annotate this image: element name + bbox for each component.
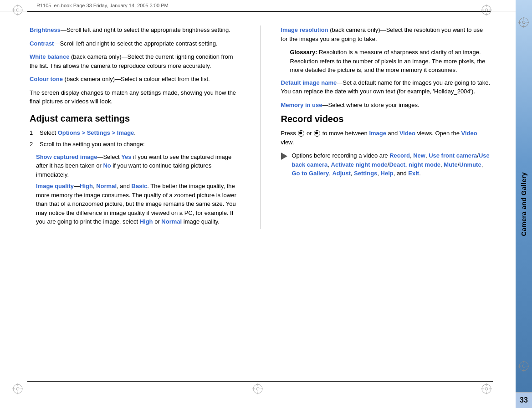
exit-link: Exit <box>408 170 419 177</box>
memory-dash: — <box>322 102 328 108</box>
white-balance-qualifier: (back camera only) <box>69 53 121 60</box>
page-number: 33 <box>520 396 528 404</box>
image-view-link: Image <box>369 130 386 137</box>
contrast-para: Contrast—Scroll left and right to select… <box>30 39 240 48</box>
side-tab: Camera and Gallery 33 <box>516 0 532 408</box>
normal-link: Normal <box>96 183 117 189</box>
crosshair-tr <box>480 4 493 17</box>
note-block: Options before recording a video are Rec… <box>281 151 491 183</box>
nav-circle-right <box>314 130 320 137</box>
top-divider <box>27 11 491 12</box>
brightness-term: Brightness <box>30 26 61 33</box>
memory-in-use-term: Memory in use <box>281 102 322 108</box>
note-text: Options before recording a video are Rec… <box>292 151 491 178</box>
normal2-link: Normal <box>161 218 182 225</box>
main-content: R1105_en.book Page 33 Friday, January 14… <box>0 0 516 408</box>
show-captured-item: Show captured image—Select Yes if you wa… <box>36 153 240 179</box>
white-balance-term: White balance <box>30 53 69 60</box>
glossary-body: Resolution is a measure of sharpness and… <box>290 49 486 73</box>
glossary-block: Glossary: Resolution is a measure of sha… <box>290 48 491 75</box>
default-image-name-term: Default image name <box>281 79 337 86</box>
go-gallery-link: Go to Gallery <box>292 170 329 177</box>
yes-link: Yes <box>121 153 131 160</box>
bottom-divider <box>27 381 493 382</box>
record-videos-heading: Record videos <box>281 114 491 124</box>
step-2-num: 2 <box>30 140 36 149</box>
header-text: R1105_en.book Page 33 Friday, January 14… <box>27 3 169 8</box>
page-number-box: 33 <box>516 392 532 408</box>
image-quality-term: Image quality <box>36 183 74 189</box>
brightness-para: Brightness—Scroll left and right to sele… <box>30 26 240 35</box>
brightness-body: Scroll left and right to select the appr… <box>66 26 230 33</box>
record-link: Record <box>389 152 410 159</box>
new-link: New <box>413 152 425 159</box>
mute-link: Mute <box>444 161 457 168</box>
crosshair-sidebar-bottom <box>517 360 530 374</box>
crosshair-br <box>480 382 493 397</box>
use-front-link: Use front camera <box>429 152 477 159</box>
crosshair-sidebar-top <box>517 16 530 30</box>
nav-circle-left <box>298 130 304 137</box>
high-link: High <box>80 183 93 189</box>
show-captured-term: Show captured image <box>36 153 97 160</box>
high2-link: High <box>140 218 153 225</box>
colour-tone-qualifier: (back camera only) <box>63 76 115 82</box>
svg-point-25 <box>256 388 259 390</box>
no-link: No <box>103 162 111 169</box>
white-balance-dash: — <box>122 53 128 60</box>
basic-link: Basic <box>132 183 148 189</box>
contrast-body: Scroll left and right to select the appr… <box>60 40 217 47</box>
video-link2: Video <box>461 130 477 137</box>
image-quality-dash: — <box>74 183 80 189</box>
left-column: Brightness—Scroll left and right to sele… <box>30 26 246 229</box>
deact-link: Deact. night mode <box>389 161 440 168</box>
content-body: Brightness—Scroll left and right to sele… <box>0 12 516 243</box>
brightness-dash: — <box>61 26 66 33</box>
memory-in-use-body: Select where to store your images. <box>328 102 419 108</box>
adjust-heading: Adjust camera settings <box>30 113 240 124</box>
options-settings-image: Options > Settings > Image <box>58 129 134 136</box>
note-arrow-icon <box>281 153 287 160</box>
default-image-name-para: Default image name—Set a default name fo… <box>281 78 491 96</box>
colour-tone-dash: — <box>115 76 121 82</box>
contrast-term: Contrast <box>30 40 54 47</box>
video-view-link: Video <box>399 130 415 137</box>
page-container: R1105_en.book Page 33 Friday, January 14… <box>0 0 532 408</box>
crosshair-bc <box>251 382 264 397</box>
image-quality-item: Image quality—High, Normal, and Basic. T… <box>36 182 240 226</box>
svg-point-1 <box>16 9 19 11</box>
svg-point-19 <box>485 388 488 390</box>
colour-tone-term: Colour tone <box>30 76 63 82</box>
activate-link: Activate night mode <box>331 161 388 168</box>
svg-point-37 <box>522 365 525 367</box>
crosshair-bl <box>11 382 24 397</box>
glossary-term: Glossary: <box>290 49 317 56</box>
white-balance-para: White balance (back camera only)—Select … <box>30 52 240 70</box>
settings-link: Settings <box>354 170 377 177</box>
svg-point-31 <box>522 21 525 24</box>
svg-point-7 <box>485 9 488 11</box>
colour-tone-body: Select a colour effect from the list. <box>121 76 210 82</box>
side-tab-label: Camera and Gallery <box>520 172 527 236</box>
step-1-num: 1 <box>30 128 36 138</box>
record-intro-para: Press or to move between Image and Video… <box>281 129 491 147</box>
step-1: 1 Select Options > Settings > Image. <box>30 128 240 138</box>
image-resolution-para: Image resolution (back camera only)—Sele… <box>281 26 491 43</box>
step-1-text: Select Options > Settings > Image. <box>40 128 136 138</box>
step-2: 2 Scroll to the setting you want to chan… <box>30 140 240 149</box>
crosshair-tl <box>11 4 24 17</box>
show-captured-dash: — <box>97 153 103 160</box>
step-2-text: Scroll to the setting you want to change… <box>40 140 145 149</box>
svg-point-13 <box>16 388 19 390</box>
header-bar: R1105_en.book Page 33 Friday, January 14… <box>0 0 516 11</box>
image-resolution-qualifier: (back camera only) <box>328 26 380 33</box>
image-resolution-dash: — <box>380 26 386 33</box>
screen-note: The screen display changes to match any … <box>30 88 240 106</box>
unmute-link: Unmute <box>459 161 481 168</box>
default-dash: — <box>337 79 343 86</box>
colour-tone-para: Colour tone (back camera only)—Select a … <box>30 75 240 84</box>
column-divider <box>260 26 261 229</box>
image-resolution-term: Image resolution <box>281 26 328 33</box>
adjust-link: Adjust <box>332 170 350 177</box>
memory-in-use-para: Memory in use—Select where to store your… <box>281 101 491 110</box>
